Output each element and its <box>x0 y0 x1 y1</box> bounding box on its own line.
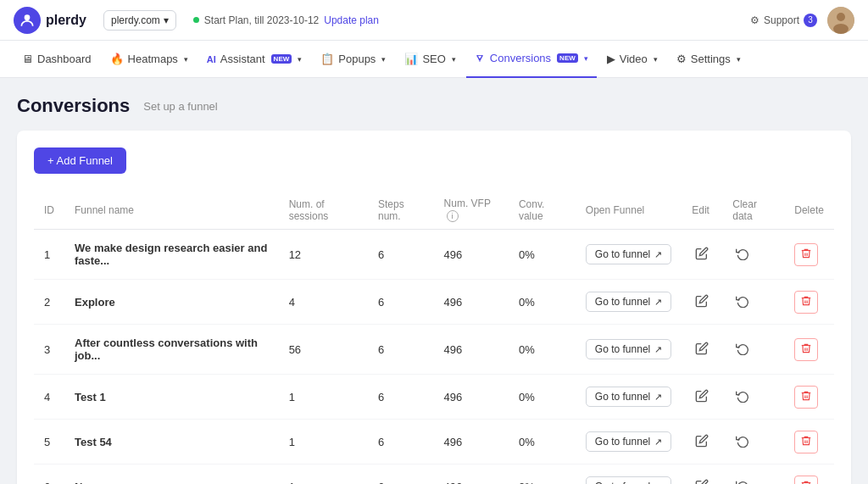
external-link-icon: ↗ <box>654 249 662 260</box>
clear-data-icon[interactable] <box>732 245 753 266</box>
nav-item-assistant[interactable]: AI Assistant NEW ▾ <box>198 41 310 78</box>
cell-clear-data <box>722 465 784 485</box>
add-funnel-button[interactable]: + Add Funnel <box>34 147 126 174</box>
edit-icon[interactable] <box>692 292 712 314</box>
table-row: 2 Explore 4 6 496 0% Go to funnel ↗ <box>34 280 834 325</box>
edit-icon[interactable] <box>692 432 712 453</box>
clear-data-icon[interactable] <box>732 292 753 314</box>
ai-icon: AI <box>207 54 216 64</box>
cell-id: 6 <box>34 465 64 485</box>
cell-steps-num: 6 <box>368 465 434 485</box>
cell-edit <box>682 325 722 375</box>
cell-delete <box>784 375 834 420</box>
col-edit: Edit <box>682 191 722 230</box>
go-to-funnel-button[interactable]: Go to funnel ↗ <box>586 292 671 312</box>
table-row: 4 Test 1 1 6 496 0% Go to funnel ↗ <box>34 375 834 420</box>
cell-conv-value: 0% <box>509 230 576 280</box>
nav-item-video[interactable]: ▶ Video ▾ <box>598 41 666 78</box>
nav-label-heatmaps: Heatmaps <box>128 53 178 65</box>
cell-conv-value: 0% <box>509 375 576 420</box>
nav-item-settings[interactable]: ⚙ Settings ▾ <box>668 41 749 78</box>
gear-icon: ⚙ <box>750 14 760 26</box>
edit-icon[interactable] <box>692 340 712 361</box>
funnel-icon: ⛛ <box>475 52 486 64</box>
clear-data-icon[interactable] <box>732 340 753 361</box>
plan-info: Start Plan, till 2023-10-12 Update plan <box>193 14 379 26</box>
col-delete: Delete <box>784 191 834 230</box>
cell-id: 1 <box>34 230 64 280</box>
cell-funnel-name: After countless conversations with job..… <box>64 325 279 375</box>
go-to-funnel-button[interactable]: Go to funnel ↗ <box>586 339 671 359</box>
page-content: Conversions Set up a funnel + Add Funnel… <box>0 78 868 484</box>
delete-icon[interactable] <box>794 476 818 485</box>
cell-delete <box>784 465 834 485</box>
table-body: 1 We make design research easier and fas… <box>34 230 834 485</box>
edit-icon[interactable] <box>692 477 712 485</box>
domain-label: plerdy.com <box>111 14 160 26</box>
clear-data-icon[interactable] <box>732 432 753 453</box>
cell-conv-value: 0% <box>509 465 576 485</box>
chevron-down-icon: ▾ <box>737 55 741 64</box>
delete-icon[interactable] <box>794 338 818 361</box>
nav-item-popups[interactable]: 📋 Popups ▾ <box>312 41 394 78</box>
nav-item-seo[interactable]: 📊 SEO ▾ <box>396 41 464 78</box>
nav-label-popups: Popups <box>338 53 376 65</box>
delete-icon[interactable] <box>794 243 818 266</box>
support-label: Support <box>764 14 799 26</box>
col-funnel-name: Funnel name <box>64 191 279 230</box>
domain-selector[interactable]: plerdy.com ▾ <box>103 10 176 31</box>
cell-num-sessions: 12 <box>279 230 368 280</box>
cell-steps-num: 6 <box>368 230 434 280</box>
nav-item-conversions[interactable]: ⛛ Conversions NEW ▾ <box>466 41 597 78</box>
col-id: ID <box>34 191 64 230</box>
cell-delete <box>784 280 834 325</box>
plan-text: Start Plan, till 2023-10-12 <box>204 14 319 26</box>
go-to-funnel-button[interactable]: Go to funnel ↗ <box>586 244 671 264</box>
nav-item-heatmaps[interactable]: 🔥 Heatmaps ▾ <box>102 41 197 78</box>
col-open-funnel: Open Funnel <box>576 191 682 230</box>
nav-label-assistant: Assistant <box>220 53 265 65</box>
cell-num-sessions: 1 <box>279 375 368 420</box>
flame-icon: 🔥 <box>110 53 124 65</box>
col-steps-num: Steps num. <box>368 191 434 230</box>
edit-icon[interactable] <box>692 387 712 409</box>
conversions-new-badge: NEW <box>557 53 578 63</box>
col-clear-data: Clear data <box>722 191 784 230</box>
cell-delete <box>784 230 834 280</box>
logo-area: plerdy <box>14 7 86 34</box>
go-to-funnel-button[interactable]: Go to funnel ↗ <box>586 431 671 452</box>
external-link-icon: ↗ <box>654 344 662 355</box>
user-avatar[interactable] <box>827 7 854 34</box>
cell-edit <box>682 230 722 280</box>
edit-icon[interactable] <box>692 245 712 266</box>
cell-id: 3 <box>34 325 64 375</box>
table-row: 3 After countless conversations with job… <box>34 325 834 375</box>
page-title: Conversions <box>17 95 130 117</box>
num-vfp-info-icon[interactable]: i <box>447 210 459 222</box>
update-plan-link[interactable]: Update plan <box>324 14 379 26</box>
cell-num-sessions: 4 <box>279 280 368 325</box>
clear-data-icon[interactable] <box>732 477 753 485</box>
gear-icon: ⚙ <box>676 53 687 65</box>
cell-id: 5 <box>34 420 64 465</box>
delete-icon[interactable] <box>794 431 818 453</box>
col-conv-value: Conv. value <box>509 191 576 230</box>
cell-open-funnel: Go to funnel ↗ <box>576 230 682 280</box>
clear-data-icon[interactable] <box>732 387 753 409</box>
support-button[interactable]: ⚙ Support 3 <box>750 14 817 27</box>
external-link-icon: ↗ <box>654 481 662 485</box>
nav-label-video: Video <box>620 53 648 65</box>
chevron-down-icon: ▾ <box>298 55 302 64</box>
go-to-funnel-button[interactable]: Go to funnel ↗ <box>586 476 671 484</box>
chevron-down-icon: ▾ <box>164 14 169 26</box>
nav-item-dashboard[interactable]: 🖥 Dashboard <box>14 41 100 78</box>
external-link-icon: ↗ <box>654 297 662 308</box>
chevron-down-icon: ▾ <box>184 55 188 64</box>
page-header: Conversions Set up a funnel <box>17 95 851 117</box>
cell-num-vfp: 496 <box>434 230 509 280</box>
delete-icon[interactable] <box>794 386 818 409</box>
cell-delete <box>784 325 834 375</box>
delete-icon[interactable] <box>794 291 818 314</box>
support-badge: 3 <box>804 14 817 27</box>
go-to-funnel-button[interactable]: Go to funnel ↗ <box>586 387 671 407</box>
